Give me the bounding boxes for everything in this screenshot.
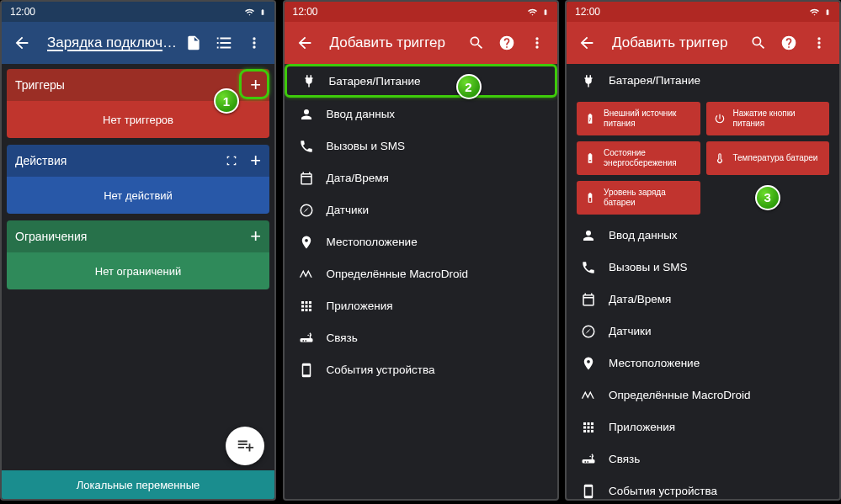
back-button[interactable] <box>290 28 320 58</box>
category-connectivity[interactable]: Связь <box>567 443 839 475</box>
location-icon <box>298 235 315 250</box>
triggers-empty: Нет триггеров <box>7 101 269 138</box>
battery-icon <box>542 7 549 18</box>
more-button[interactable] <box>522 28 552 58</box>
back-button[interactable] <box>572 28 602 58</box>
category-calls-sms[interactable]: Вызовы и SMS <box>285 130 557 162</box>
add-trigger-button[interactable]: + <box>250 74 261 96</box>
category-apps[interactable]: Приложения <box>567 411 839 443</box>
category-macrodroid[interactable]: Определённые MacroDroid <box>285 257 557 289</box>
category-battery-power[interactable]: Батарея/Питание <box>285 64 557 98</box>
category-calls-sms[interactable]: Вызовы и SMS <box>567 251 839 283</box>
category-device-events[interactable]: События устройства <box>567 475 839 501</box>
screen-add-trigger-expanded: 12:00 Добавить триггер Батарея/Питание В… <box>565 0 841 501</box>
chip-external-power[interactable]: Внешний источник питания <box>577 102 700 135</box>
category-label: Приложения <box>609 421 675 433</box>
category-label: Батарея/Питание <box>329 75 421 88</box>
keyboard-icon <box>298 107 315 122</box>
category-label: Ввод данных <box>609 229 678 241</box>
category-label: Датчики <box>609 325 652 337</box>
chip-label: Внешний источник питания <box>604 109 694 129</box>
help-button[interactable] <box>774 28 804 58</box>
local-variables-bar[interactable]: Локальные переменные <box>2 470 274 499</box>
chip-battery-saver[interactable]: Состояние энергосбережения <box>577 141 700 175</box>
fab-add-variable[interactable] <box>226 427 264 465</box>
chip-battery-temp[interactable]: Температура батареи <box>706 141 830 175</box>
back-button[interactable] <box>7 28 37 58</box>
category-connectivity[interactable]: Связь <box>285 321 557 353</box>
calendar-icon <box>298 171 315 186</box>
category-input[interactable]: Ввод данных <box>567 219 839 251</box>
category-label: Определённые MacroDroid <box>327 268 469 280</box>
chip-label: Нажатие кнопки питания <box>733 109 823 129</box>
macrodroid-icon <box>580 388 597 403</box>
category-location[interactable]: Местоположение <box>285 225 557 257</box>
category-datetime[interactable]: Дата/Время <box>567 283 839 315</box>
category-label: Вызовы и SMS <box>327 140 405 152</box>
section-triggers: Триггеры + Нет триггеров <box>7 69 269 138</box>
status-time: 12:00 <box>293 6 318 18</box>
power-plug-icon <box>301 73 317 88</box>
category-device-events[interactable]: События устройства <box>285 353 557 385</box>
macro-title[interactable]: Зарядка подключена <box>37 34 178 51</box>
add-constraint-button[interactable]: + <box>250 225 261 247</box>
category-battery-power[interactable]: Батарея/Питание <box>567 64 839 96</box>
phone-icon <box>298 139 315 154</box>
power-button-icon <box>713 113 727 125</box>
list-button[interactable] <box>209 28 239 58</box>
category-input[interactable]: Ввод данных <box>285 98 557 130</box>
category-label: События устройства <box>327 363 435 376</box>
category-label: Местоположение <box>609 357 700 369</box>
category-apps[interactable]: Приложения <box>285 289 557 321</box>
chip-power-button[interactable]: Нажатие кнопки питания <box>706 102 830 135</box>
category-sensors[interactable]: Датчики <box>285 194 557 225</box>
chip-label: Температура батареи <box>733 153 818 163</box>
help-button[interactable] <box>492 28 522 58</box>
screen-macro-editor: 12:00 Зарядка подключена Триггеры + Нет … <box>0 0 276 501</box>
actions-empty: Нет действий <box>7 177 269 214</box>
thermometer-icon <box>713 152 727 164</box>
macrodroid-icon <box>298 267 315 282</box>
location-icon <box>580 356 597 371</box>
trigger-chip-grid: Внешний источник питания Нажатие кнопки … <box>567 96 839 219</box>
category-label: Приложения <box>327 300 393 312</box>
screen-add-trigger-categories: 12:00 Добавить триггер Батарея/Питание В… <box>283 0 559 501</box>
more-button[interactable] <box>804 28 834 58</box>
battery-icon <box>259 7 266 18</box>
expand-icon[interactable] <box>225 154 238 167</box>
wifi-icon <box>243 7 256 17</box>
battery-level-icon <box>583 192 597 204</box>
category-label: Ввод данных <box>327 108 396 120</box>
constraints-empty: Нет ограничений <box>7 252 269 289</box>
person-icon <box>580 228 597 243</box>
battery-low-icon <box>583 152 597 164</box>
category-list-expanded: Батарея/Питание Внешний источник питания… <box>567 64 839 501</box>
wifi-icon <box>526 7 539 17</box>
chip-empty-slot: 3 <box>706 181 830 215</box>
category-datetime[interactable]: Дата/Время <box>285 162 557 194</box>
category-label: Датчики <box>327 204 370 216</box>
router-icon <box>580 452 597 467</box>
battery-charge-icon <box>583 113 597 125</box>
chip-label: Состояние энергосбережения <box>604 148 694 168</box>
category-label: Связь <box>609 453 640 465</box>
category-location[interactable]: Местоположение <box>567 347 839 379</box>
page-title: Добавить триггер <box>602 34 743 51</box>
chip-battery-level[interactable]: Уровень заряда батареи <box>577 181 700 215</box>
category-label: Дата/Время <box>327 172 389 184</box>
compass-icon <box>580 324 597 339</box>
category-label: Связь <box>327 332 358 344</box>
search-button[interactable] <box>461 28 492 58</box>
add-action-button[interactable]: + <box>250 150 261 172</box>
more-button[interactable] <box>239 28 269 58</box>
category-label: Местоположение <box>327 236 418 248</box>
category-sensors[interactable]: Датчики <box>567 315 839 347</box>
calendar-icon <box>580 292 597 307</box>
status-time: 12:00 <box>10 6 35 18</box>
file-button[interactable] <box>178 28 209 58</box>
search-button[interactable] <box>743 28 774 58</box>
category-macrodroid[interactable]: Определённые MacroDroid <box>567 379 839 411</box>
status-bar: 12:00 <box>285 2 557 22</box>
status-bar: 12:00 <box>567 2 839 22</box>
constraints-label: Ограничения <box>15 230 87 243</box>
